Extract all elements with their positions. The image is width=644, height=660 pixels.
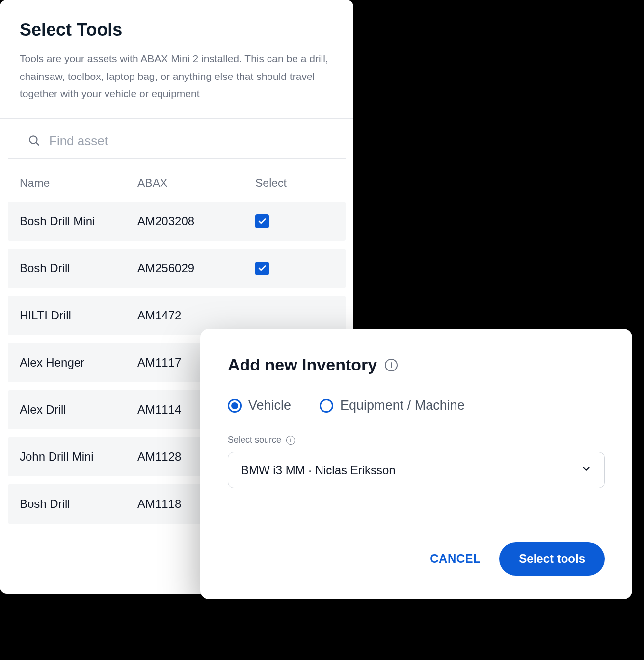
modal-title: Add new Inventory xyxy=(228,355,377,374)
cell-name: John Drill Mini xyxy=(20,450,137,464)
radio-vehicle-label: Vehicle xyxy=(248,398,291,413)
cell-abax: AM203208 xyxy=(137,214,255,228)
search-section xyxy=(8,119,346,159)
checkbox[interactable] xyxy=(255,262,269,275)
cell-abax: AM256029 xyxy=(137,262,255,275)
radio-equipment[interactable]: Equipment / Machine xyxy=(320,398,465,413)
table-header: Name ABAX Select xyxy=(8,159,346,202)
svg-point-0 xyxy=(29,136,37,143)
cell-name: Alex Henger xyxy=(20,356,137,370)
cell-abax: AM1472 xyxy=(137,309,255,322)
select-tools-description: Tools are your assets with ABAX Mini 2 i… xyxy=(20,50,334,103)
source-label: Select source xyxy=(228,435,281,445)
inventory-type-radios: Vehicle Equipment / Machine xyxy=(228,398,605,413)
cell-name: Alex Drill xyxy=(20,403,137,417)
cancel-button[interactable]: CANCEL xyxy=(430,552,481,566)
search-input[interactable] xyxy=(49,133,326,149)
cell-name: Bosh Drill Mini xyxy=(20,214,137,228)
radio-vehicle[interactable]: Vehicle xyxy=(228,398,291,413)
search-icon xyxy=(27,134,40,149)
source-value: BMW i3 MM · Niclas Eriksson xyxy=(241,463,396,477)
radio-equipment-label: Equipment / Machine xyxy=(340,398,465,413)
add-inventory-modal: Add new Inventory i Vehicle Equipment / … xyxy=(200,329,632,599)
cell-name: Bosh Drill xyxy=(20,497,137,511)
chevron-down-icon xyxy=(581,463,591,477)
select-tools-button[interactable]: Select tools xyxy=(499,542,605,576)
table-row: Bosh DrillAM256029 xyxy=(8,249,346,288)
col-abax: ABAX xyxy=(137,177,255,190)
select-tools-header: Select Tools Tools are your assets with … xyxy=(0,0,353,118)
radio-indicator xyxy=(320,399,333,413)
table-row: Bosh Drill MiniAM203208 xyxy=(8,202,346,241)
col-select: Select xyxy=(255,177,334,190)
col-name: Name xyxy=(20,177,137,190)
cell-name: HILTI Drill xyxy=(20,309,137,322)
cell-name: Bosh Drill xyxy=(20,262,137,275)
cell-select xyxy=(255,214,334,228)
checkbox[interactable] xyxy=(255,214,269,228)
svg-line-1 xyxy=(36,143,39,145)
select-tools-title: Select Tools xyxy=(20,20,334,40)
info-icon[interactable]: i xyxy=(286,436,295,445)
radio-indicator xyxy=(228,399,242,413)
source-select[interactable]: BMW i3 MM · Niclas Eriksson xyxy=(228,452,605,488)
info-icon[interactable]: i xyxy=(385,359,398,371)
cell-select xyxy=(255,262,334,275)
